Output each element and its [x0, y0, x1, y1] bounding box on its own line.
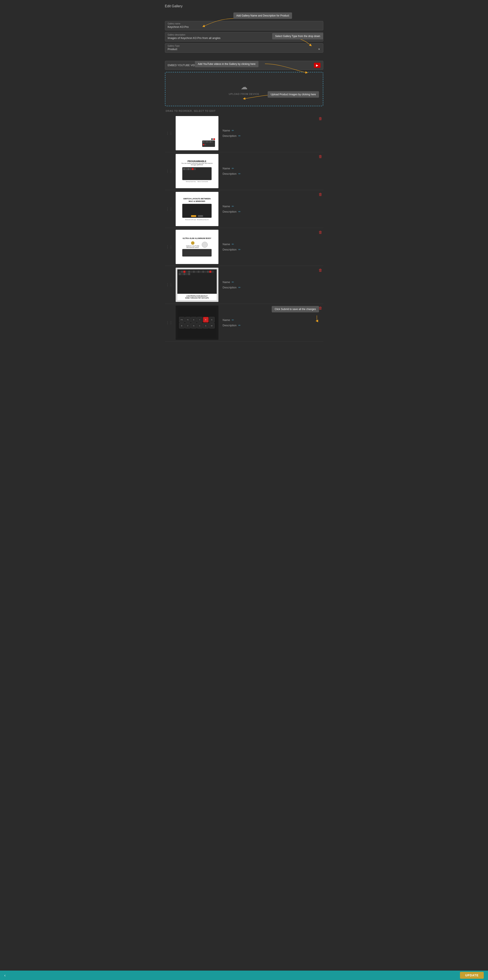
item-name-label: Name [223, 280, 230, 284]
chevron-down-icon: ▼ [318, 48, 320, 51]
item-details: Name ✏ Description ✏ [219, 129, 323, 137]
edit-desc-icon[interactable]: ✏ [238, 248, 241, 251]
callout-gallery-type: Select Gallery Type from the drop down [272, 33, 323, 40]
item-name-label: Name [223, 243, 230, 246]
delete-item-button[interactable]: 🗑 [318, 230, 323, 235]
gallery-name-value: Keychron K3 Pro [168, 25, 320, 29]
image-item: ⋮⋮ [165, 115, 323, 152]
thumbnail: ULTRA-SLIM ALUMINUM BODY Gateron Low Pro… [176, 230, 219, 264]
gallery-type-value: Product [168, 48, 177, 51]
gallery-name-field[interactable]: Gallery name Keychron K3 Pro [165, 21, 323, 30]
gallery-name-label: Gallery name [168, 22, 320, 25]
item-name-label: Name [223, 205, 230, 208]
edit-name-icon[interactable]: ✏ [232, 205, 234, 208]
item-desc-label: Description [223, 286, 237, 289]
upload-area[interactable]: ☁ UPLOAD FROM DEVICE [165, 72, 323, 106]
image-item: ⋮⋮ F4 % 6 Y 5 G B V N C S W [165, 304, 323, 342]
edit-name-icon[interactable]: ✏ [232, 280, 234, 284]
thumbnail: LOW-PROFILE NON-BACKLITSHINE THROUGH PBT… [176, 268, 219, 302]
edit-desc-icon[interactable]: ✏ [238, 324, 241, 327]
callout-youtube: Add YouTube videos in the Gallery by cli… [195, 61, 259, 67]
edit-name-icon[interactable]: ✏ [232, 167, 234, 170]
edit-name-icon[interactable]: ✏ [232, 318, 234, 321]
drag-handle-icon[interactable]: ⋮⋮ [165, 245, 174, 249]
item-name-label: Name [223, 167, 230, 170]
youtube-label: EMBED YOUTUBE VIDEO [168, 64, 198, 67]
youtube-icon: ▶ [316, 64, 318, 67]
edit-name-icon[interactable]: ✏ [232, 129, 234, 132]
item-details: Name ✏ Description ✏ [219, 243, 323, 251]
item-desc-label: Description [223, 324, 237, 327]
drag-handle-icon[interactable]: ⋮⋮ [165, 283, 174, 287]
drag-handle-icon[interactable]: ⋮⋮ [165, 321, 174, 325]
thumbnail [176, 116, 219, 150]
back-button[interactable]: ‹ [4, 973, 6, 978]
delete-item-button[interactable]: 🗑 [318, 116, 323, 121]
gallery-type-field[interactable]: Gallery Type Product ▼ [165, 43, 323, 52]
item-desc-label: Description [223, 172, 237, 175]
upload-text: UPLOAD FROM DEVICE [229, 93, 259, 95]
item-details: Name ✏ Description ✏ [219, 205, 323, 213]
thumbnail: F4 % 6 Y 5 G B V N C S W [176, 305, 219, 340]
thumbnail: SWITCH LAYOUTS BETWEENMAC & WINDOWS Blue… [176, 192, 219, 226]
image-item: ⋮⋮ SWITCH LAYOUTS BETWEENMAC & WINDOWS B… [165, 190, 323, 228]
callout-gallery-name: Add Gallery Name and Description for Pro… [233, 13, 292, 19]
back-icon: ‹ [4, 973, 6, 977]
item-details: Name ✏ Description ✏ [219, 167, 323, 175]
edit-name-icon[interactable]: ✏ [232, 243, 234, 246]
embed-youtube-button[interactable]: ▶ [314, 63, 320, 68]
drag-handle-icon[interactable]: ⋮⋮ [165, 207, 174, 211]
callout-upload: Upload Product Images by clicking here [268, 91, 319, 98]
drag-handle-icon[interactable]: ⋮⋮ [165, 131, 174, 135]
edit-desc-icon[interactable]: ✏ [238, 286, 241, 289]
delete-item-button[interactable]: 🗑 [318, 154, 323, 159]
edit-desc-icon[interactable]: ✏ [238, 134, 241, 137]
image-item: ⋮⋮ ULTRA-SLIM ALUMINUM BODY Gateron Low … [165, 228, 323, 266]
page-title: Edit Gallery [165, 4, 323, 8]
item-details: Name ✏ Description ✏ [219, 318, 323, 327]
image-list: ⋮⋮ [165, 115, 323, 342]
image-item: ⋮⋮ [165, 266, 323, 304]
drag-handle-icon[interactable]: ⋮⋮ [165, 169, 174, 173]
bottom-bar: ‹ UPDATE [0, 970, 488, 980]
edit-desc-icon[interactable]: ✏ [238, 172, 241, 175]
delete-item-button[interactable]: 🗑 [318, 268, 323, 272]
item-desc-label: Description [223, 134, 237, 137]
item-name-label: Name [223, 318, 230, 321]
drag-reorder-label: DRAG TO REORDER, SELECT TO EDIT [165, 110, 323, 112]
edit-desc-icon[interactable]: ✏ [238, 210, 241, 213]
delete-item-button[interactable]: 🗑 [318, 192, 323, 197]
image-item: ⋮⋮ PROGRAMMABLE You can easily customize… [165, 152, 323, 190]
item-desc-label: Description [223, 248, 237, 251]
thumbnail: PROGRAMMABLE You can easily customize an… [176, 154, 219, 188]
item-desc-label: Description [223, 210, 237, 213]
upload-cloud-icon: ☁ [241, 83, 247, 91]
update-button[interactable]: UPDATE [460, 972, 484, 979]
item-details: Name ✏ Description ✏ [219, 280, 323, 289]
item-name-label: Name [223, 129, 230, 132]
callout-submit: Click Submit to save all the changes [272, 306, 319, 312]
gallery-type-label: Gallery Type [168, 45, 320, 47]
